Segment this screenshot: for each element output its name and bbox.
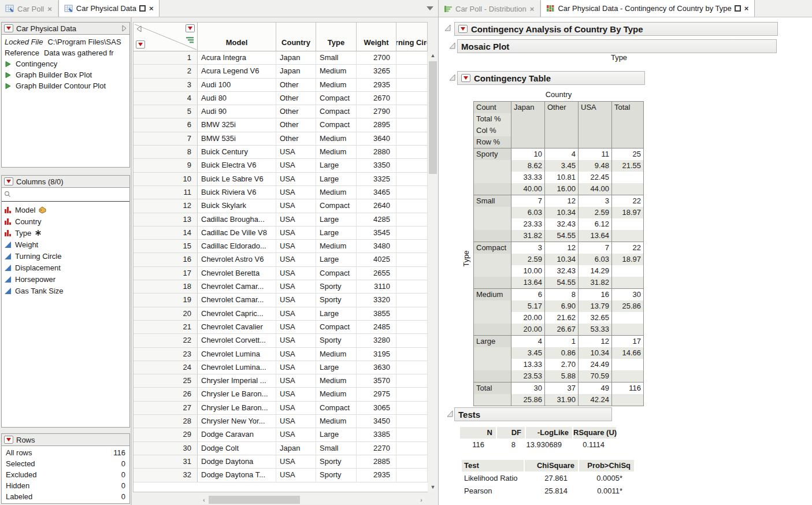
grid-cell[interactable]: Other bbox=[276, 79, 316, 91]
grid-cell[interactable] bbox=[396, 51, 428, 64]
grid-cell[interactable] bbox=[396, 294, 428, 306]
disclosure-icon[interactable] bbox=[444, 24, 451, 31]
grid-cell[interactable]: 2880 bbox=[357, 146, 396, 158]
close-icon[interactable]: × bbox=[529, 5, 535, 13]
grid-column-header[interactable]: Type bbox=[316, 23, 357, 51]
grid-cell[interactable]: Chevrolet Astro V6 bbox=[198, 253, 276, 266]
row-number-cell[interactable]: 25 bbox=[134, 374, 198, 387]
grid-cell[interactable] bbox=[396, 159, 428, 172]
row-number-cell[interactable]: 4 bbox=[134, 92, 198, 105]
row-number-cell[interactable]: 26 bbox=[134, 388, 198, 400]
grid-cell[interactable]: Buick Century bbox=[198, 146, 276, 158]
grid-cell[interactable]: USA bbox=[276, 253, 316, 266]
disclosure-icon[interactable] bbox=[449, 74, 456, 81]
grid-cell[interactable]: Medium bbox=[316, 348, 357, 361]
grid-cell[interactable]: USA bbox=[276, 374, 316, 387]
grid-cell[interactable]: USA bbox=[276, 267, 316, 280]
row-number-cell[interactable]: 10 bbox=[134, 173, 198, 185]
row-number-cell[interactable]: 22 bbox=[134, 334, 198, 347]
grid-cell[interactable]: Cadillac De Ville V8 bbox=[198, 226, 276, 239]
grid-cell[interactable]: Sporty bbox=[316, 280, 357, 293]
red-triangle-menu-button[interactable] bbox=[458, 25, 468, 33]
grid-cell[interactable] bbox=[396, 213, 428, 226]
grid-cell[interactable] bbox=[396, 415, 428, 428]
close-icon[interactable]: × bbox=[47, 5, 53, 13]
grid-cell[interactable]: Medium bbox=[316, 146, 357, 158]
grid-cell[interactable]: 2885 bbox=[357, 455, 396, 468]
row-number-cell[interactable]: 16 bbox=[134, 253, 198, 266]
rows-menu-button[interactable] bbox=[136, 40, 145, 49]
grid-cell[interactable]: USA bbox=[276, 348, 316, 361]
grid-cell[interactable]: Sporty bbox=[316, 455, 357, 468]
grid-cell[interactable]: Chrysler Imperial ... bbox=[198, 374, 276, 387]
grid-cell[interactable]: USA bbox=[276, 186, 316, 199]
grid-cell[interactable]: 3065 bbox=[357, 402, 396, 414]
red-triangle-menu-button[interactable] bbox=[461, 74, 470, 82]
grid-cell[interactable]: Compact bbox=[316, 105, 357, 118]
scroll-right-icon[interactable]: › bbox=[417, 495, 426, 504]
table-script-item[interactable]: Graph Builder Contour Plot bbox=[5, 80, 127, 91]
grid-cell[interactable]: Compact bbox=[316, 199, 357, 212]
grid-cell[interactable] bbox=[396, 267, 428, 280]
grid-cell[interactable]: Large bbox=[316, 173, 357, 185]
scroll-left-icon[interactable]: ‹ bbox=[199, 495, 209, 504]
grid-cell[interactable]: Large bbox=[316, 361, 357, 374]
row-number-cell[interactable]: 8 bbox=[134, 146, 198, 158]
row-number-cell[interactable]: 5 bbox=[134, 105, 198, 118]
grid-cell[interactable]: 2700 bbox=[357, 51, 396, 64]
grid-cell[interactable]: Medium bbox=[316, 415, 357, 428]
red-triangle-menu-button[interactable] bbox=[4, 24, 13, 32]
row-number-cell[interactable]: 27 bbox=[134, 402, 198, 414]
disclosure-icon[interactable] bbox=[447, 410, 454, 417]
tab-car-poll[interactable]: Car Poll × bbox=[0, 1, 58, 17]
grid-cell[interactable]: Compact bbox=[316, 92, 357, 105]
sort-order-icon[interactable] bbox=[186, 36, 194, 43]
grid-cell[interactable]: Japan bbox=[276, 65, 316, 77]
row-number-cell[interactable]: 21 bbox=[134, 321, 198, 333]
grid-cell[interactable]: 3630 bbox=[357, 361, 396, 374]
table-script-item[interactable]: Contingency bbox=[5, 58, 127, 69]
grid-cell[interactable] bbox=[396, 132, 428, 145]
grid-cell[interactable]: Compact bbox=[316, 267, 357, 280]
grid-cell[interactable]: Compact bbox=[316, 402, 357, 414]
grid-column-header[interactable]: Weight bbox=[357, 23, 396, 51]
tab-contingency-report[interactable]: Car Physical Data - Contingency of Count… bbox=[540, 0, 755, 17]
grid-cell[interactable]: USA bbox=[276, 226, 316, 239]
grid-cell[interactable]: USA bbox=[276, 146, 316, 158]
contingency-table-header[interactable]: Contingency Table bbox=[457, 71, 645, 85]
grid-cell[interactable]: Large bbox=[316, 253, 357, 266]
grid-cell[interactable] bbox=[396, 307, 428, 320]
column-list-item[interactable]: Weight bbox=[4, 239, 129, 250]
grid-cell[interactable]: Audi 80 bbox=[198, 92, 276, 105]
grid-cell[interactable]: Buick Skylark bbox=[198, 199, 276, 212]
row-number-cell[interactable]: 31 bbox=[134, 455, 198, 468]
row-number-cell[interactable]: 23 bbox=[134, 348, 198, 361]
grid-cell[interactable]: Medium bbox=[316, 388, 357, 400]
grid-cell[interactable]: Dodge Daytona T... bbox=[198, 469, 276, 481]
grid-cell[interactable]: 3325 bbox=[357, 173, 396, 185]
grid-cell[interactable]: Large bbox=[316, 159, 357, 172]
grid-cell[interactable] bbox=[396, 199, 428, 212]
grid-cell[interactable]: 2975 bbox=[357, 388, 396, 400]
grid-cell[interactable]: 2640 bbox=[357, 199, 396, 212]
grid-cell[interactable] bbox=[396, 374, 428, 387]
grid-cell[interactable] bbox=[396, 186, 428, 199]
columns-search-field[interactable] bbox=[2, 188, 129, 202]
maximize-icon[interactable] bbox=[139, 5, 146, 12]
grid-cell[interactable]: Large bbox=[316, 428, 357, 441]
grid-cell[interactable]: Chevrolet Camar... bbox=[198, 280, 276, 293]
grid-cell[interactable]: Large bbox=[316, 213, 357, 226]
grid-cell[interactable]: 3320 bbox=[357, 294, 396, 306]
maximize-icon[interactable] bbox=[735, 5, 741, 12]
grid-cell[interactable]: Medium bbox=[316, 132, 357, 145]
grid-column-header[interactable]: Turning Circle bbox=[396, 23, 428, 51]
grid-cell[interactable]: USA bbox=[276, 294, 316, 306]
mosaic-plot-header[interactable]: Mosaic Plot bbox=[457, 39, 777, 53]
grid-cell[interactable] bbox=[396, 118, 428, 131]
grid-cell[interactable]: 2655 bbox=[357, 267, 396, 280]
grid-cell[interactable]: 3640 bbox=[357, 132, 396, 145]
grid-cell[interactable]: USA bbox=[276, 159, 316, 172]
grid-cell[interactable]: USA bbox=[276, 402, 316, 414]
grid-cell[interactable]: 3545 bbox=[357, 226, 396, 239]
grid-cell[interactable]: Buick Electra V6 bbox=[198, 159, 276, 172]
